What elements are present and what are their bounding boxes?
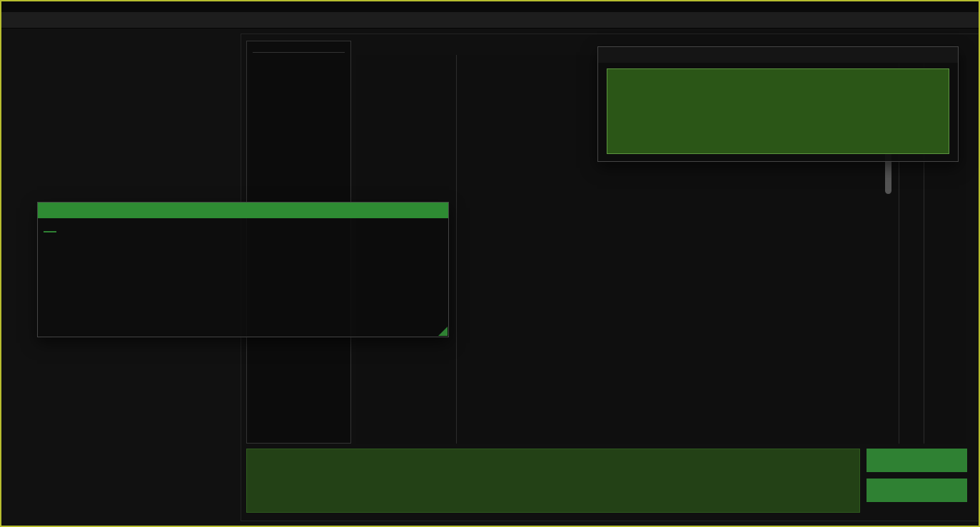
send-file-button[interactable] — [867, 449, 967, 472]
subs-header — [253, 47, 345, 53]
paste-file-button[interactable] — [867, 479, 967, 502]
join-button[interactable] — [44, 231, 56, 232]
join-window-body — [38, 218, 448, 240]
resize-grip[interactable] — [438, 327, 448, 336]
histogram-body — [607, 68, 949, 154]
menu-bar — [1, 12, 979, 29]
app-window — [0, 0, 980, 527]
message-input[interactable] — [246, 449, 860, 513]
join-window-titlebar[interactable] — [38, 203, 448, 218]
histogram-plot — [607, 68, 949, 154]
column-divider — [456, 55, 457, 444]
histogram-window-titlebar[interactable] — [598, 47, 958, 63]
histogram-window — [597, 46, 959, 162]
join-group-window — [37, 202, 449, 337]
window-titlebar[interactable] — [1, 1, 979, 12]
